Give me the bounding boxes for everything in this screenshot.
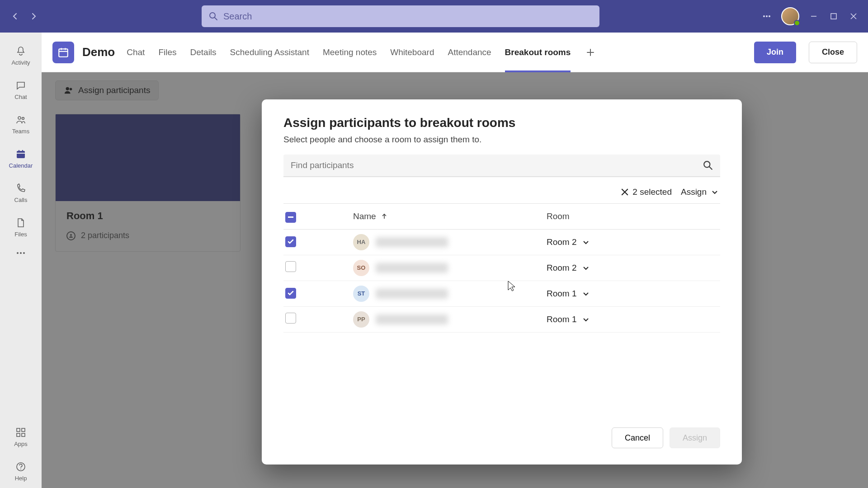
teams-icon [14, 113, 27, 126]
svg-line-1 [215, 18, 217, 20]
svg-point-7 [18, 117, 21, 119]
selected-count: 2 selected [632, 187, 672, 197]
svg-point-4 [769, 15, 770, 17]
participant-row: HARoom 2 [283, 230, 720, 255]
column-header-name[interactable]: Name [353, 211, 376, 221]
participant-room-dropdown[interactable]: Room 2 [547, 237, 718, 247]
find-participants-input[interactable] [291, 160, 703, 170]
nav-forward-button[interactable] [27, 10, 40, 23]
rail-label: Chat [14, 94, 27, 100]
participant-name [376, 289, 448, 299]
window-close-button[interactable] [848, 11, 859, 22]
svg-point-16 [23, 252, 25, 254]
rail-files[interactable]: Files [0, 210, 42, 244]
bell-icon [14, 45, 27, 57]
participant-room-dropdown[interactable]: Room 1 [547, 314, 718, 324]
participant-avatar: HA [353, 234, 369, 250]
search-input[interactable] [223, 11, 592, 22]
add-tab-button[interactable] [584, 46, 597, 59]
svg-rect-23 [59, 49, 68, 56]
rail-apps[interactable]: Apps [0, 419, 42, 454]
participant-name [376, 237, 448, 247]
tab-whiteboard[interactable]: Whiteboard [390, 33, 434, 72]
rail-label: Calendar [9, 162, 33, 169]
svg-point-15 [20, 252, 22, 254]
svg-point-22 [20, 469, 21, 469]
rail-chat[interactable]: Chat [0, 72, 42, 107]
column-header-room[interactable]: Room [547, 211, 718, 221]
tab-meeting-notes[interactable]: Meeting notes [323, 33, 377, 72]
search-box[interactable] [202, 5, 599, 27]
find-participants-box[interactable] [283, 155, 720, 177]
rail-label: Help [15, 475, 27, 482]
assign-button[interactable]: Assign [670, 427, 720, 448]
window-maximize-button[interactable] [828, 11, 839, 22]
svg-point-14 [17, 252, 19, 254]
rail-label: Teams [12, 128, 29, 135]
tab-breakout-rooms[interactable]: Breakout rooms [505, 33, 571, 72]
participant-row: SORoom 2 [283, 255, 720, 281]
close-icon [621, 188, 629, 196]
chat-icon [14, 79, 27, 92]
assign-dropdown[interactable]: Assign [681, 187, 718, 197]
profile-avatar[interactable] [781, 7, 799, 25]
rail-label: Calls [14, 197, 28, 203]
assign-participants-dialog: Assign participants to breakout rooms Se… [262, 99, 742, 465]
sort-asc-icon [381, 213, 388, 220]
meeting-header: Demo ChatFilesDetailsScheduling Assistan… [42, 33, 868, 72]
participant-room-dropdown[interactable]: Room 2 [547, 263, 718, 273]
svg-rect-19 [17, 433, 20, 436]
participant-name [376, 314, 448, 324]
participant-room-dropdown[interactable]: Room 1 [547, 289, 718, 299]
rail-calls[interactable]: Calls [0, 175, 42, 210]
tab-attendance[interactable]: Attendance [448, 33, 491, 72]
dialog-title: Assign participants to breakout rooms [283, 116, 720, 130]
close-button[interactable]: Close [809, 42, 857, 63]
apps-icon [14, 426, 27, 439]
tab-details[interactable]: Details [190, 33, 217, 72]
search-icon [703, 160, 713, 170]
calendar-icon [14, 148, 27, 160]
mouse-cursor [507, 280, 516, 292]
cancel-button[interactable]: Cancel [612, 427, 663, 448]
window-minimize-button[interactable] [808, 11, 819, 22]
meeting-title: Demo [82, 45, 115, 59]
help-icon [14, 460, 27, 473]
rail-calendar[interactable]: Calendar [0, 141, 42, 175]
more-options-button[interactable] [761, 11, 772, 22]
svg-rect-17 [17, 428, 20, 432]
rail-label: Apps [14, 441, 28, 447]
participant-checkbox[interactable] [285, 236, 296, 247]
clear-selection-button[interactable]: 2 selected [621, 187, 672, 197]
svg-point-31 [704, 161, 710, 167]
rail-activity[interactable]: Activity [0, 38, 42, 72]
file-icon [14, 216, 27, 229]
participant-avatar: SO [353, 260, 369, 276]
rail-label: Activity [11, 59, 30, 66]
participant-avatar: PP [353, 311, 369, 328]
participant-row: PPRoom 1 [283, 307, 720, 333]
tab-files[interactable]: Files [158, 33, 176, 72]
participant-checkbox[interactable] [285, 261, 296, 272]
svg-point-8 [22, 117, 24, 119]
participant-checkbox[interactable] [285, 313, 296, 324]
rail-help[interactable]: Help [0, 454, 42, 488]
tab-scheduling-assistant[interactable]: Scheduling Assistant [230, 33, 309, 72]
assign-dropdown-label: Assign [681, 187, 707, 197]
rail-label: Files [14, 231, 27, 238]
nav-back-button[interactable] [9, 10, 22, 23]
meeting-calendar-icon [52, 42, 74, 63]
select-all-checkbox[interactable] [285, 212, 296, 223]
participant-name [376, 263, 448, 273]
join-button[interactable]: Join [754, 42, 796, 63]
svg-rect-20 [22, 433, 25, 436]
chevron-down-icon [711, 188, 718, 196]
participant-checkbox[interactable] [285, 288, 296, 299]
svg-line-32 [709, 167, 712, 169]
participant-avatar: ST [353, 286, 369, 302]
app-rail: Activity Chat Teams Calendar Calls Files [0, 33, 42, 488]
rail-more-button[interactable] [12, 244, 30, 262]
rail-teams[interactable]: Teams [0, 107, 42, 141]
tab-chat[interactable]: Chat [127, 33, 145, 72]
search-icon [209, 12, 218, 21]
